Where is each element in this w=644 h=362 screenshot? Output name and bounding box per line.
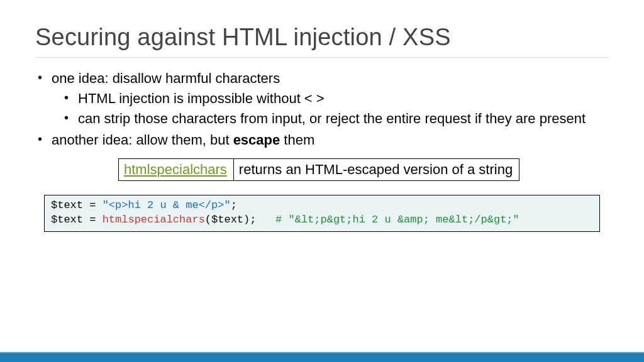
function-name-cell: htmlspecialchars (119, 158, 234, 180)
code-string: "<p>hi 2 u & me</p>" (103, 199, 231, 211)
slide: Securing against HTML injection / XSS on… (0, 0, 644, 232)
bullet-text: can strip those characters from input, o… (78, 111, 586, 126)
bullet-text: HTML injection is impossible without < > (78, 90, 325, 106)
table-row: htmlspecialchars returns an HTML-escaped… (119, 158, 519, 180)
function-link[interactable]: htmlspecialchars (124, 162, 227, 177)
bottom-accent-bar (0, 352, 644, 362)
bullet-item: another idea: allow them, but escape the… (52, 131, 609, 150)
bullet-text: one idea: disallow harmful characters (52, 70, 280, 86)
bullet-text: them (280, 132, 314, 148)
sub-bullet-list: HTML injection is impossible without < >… (52, 89, 609, 128)
code-block: $text = "<p>hi 2 u & me</p>"; $text = ht… (44, 195, 600, 232)
sub-bullet-item: HTML injection is impossible without < > (78, 89, 609, 108)
code-text: $text = (51, 199, 103, 211)
bullet-text-bold: escape (233, 132, 280, 148)
bullet-item: one idea: disallow harmful characters HT… (52, 69, 609, 128)
code-comment: # "&lt;p&gt;hi 2 u &amp; me&lt;/p&gt;" (275, 214, 519, 226)
slide-title: Securing against HTML injection / XSS (35, 24, 609, 58)
code-text: $text = (51, 214, 103, 226)
code-text: ($text); (205, 214, 275, 226)
bullet-text: another idea: allow them, but (52, 132, 233, 148)
code-text: ; (231, 199, 237, 211)
function-table: htmlspecialchars returns an HTML-escaped… (118, 158, 519, 181)
bullet-list: one idea: disallow harmful characters HT… (35, 69, 609, 150)
code-func: htmlspecialchars (103, 214, 205, 226)
function-desc-cell: returns an HTML-escaped version of a str… (233, 158, 519, 180)
sub-bullet-item: can strip those characters from input, o… (78, 109, 609, 128)
